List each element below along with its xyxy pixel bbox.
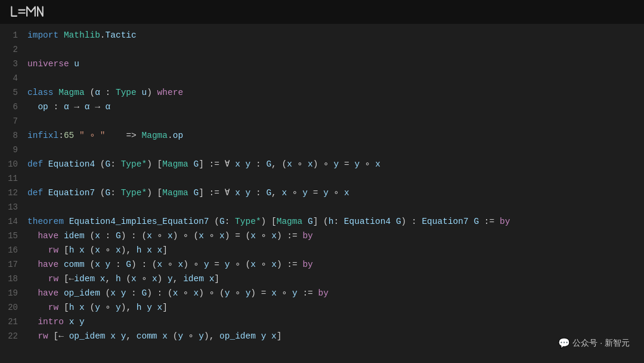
token: ( bbox=[85, 245, 95, 255]
token: → bbox=[69, 102, 85, 112]
token: ∘ bbox=[204, 231, 219, 241]
token: Type bbox=[121, 159, 142, 169]
token: intro bbox=[38, 317, 64, 327]
token bbox=[116, 288, 121, 298]
token: , bbox=[126, 331, 136, 341]
line-number: 21 bbox=[0, 316, 18, 329]
token: x bbox=[271, 331, 277, 341]
token: G bbox=[106, 159, 111, 169]
token: x bbox=[157, 303, 163, 312]
line-number: 1 bbox=[0, 29, 18, 42]
token: h bbox=[116, 274, 121, 284]
token: comm bbox=[64, 260, 85, 269]
line-number: 7 bbox=[0, 115, 18, 128]
token: ∘ bbox=[162, 260, 178, 269]
token bbox=[256, 331, 261, 341]
token: ] bbox=[214, 274, 219, 284]
token: ∘ bbox=[329, 188, 344, 198]
token: idem bbox=[183, 274, 204, 284]
code-line: 17 have comm (x y : G) : (x ∘ x) ∘ y = y… bbox=[0, 258, 644, 272]
token bbox=[302, 217, 308, 226]
line-content: infixl:65 " ∘ " => Magma.op bbox=[27, 129, 183, 142]
token bbox=[391, 217, 396, 226]
line-number: 12 bbox=[0, 187, 18, 200]
token: x bbox=[157, 245, 163, 255]
token: comm bbox=[137, 331, 157, 341]
token: G bbox=[194, 188, 199, 198]
token: x bbox=[110, 331, 116, 341]
token: x bbox=[375, 159, 380, 169]
token: x bbox=[157, 260, 163, 269]
token: ( bbox=[85, 303, 95, 312]
token: x bbox=[116, 245, 121, 255]
token bbox=[27, 331, 38, 341]
token: x bbox=[147, 231, 152, 241]
line-number: 2 bbox=[0, 44, 18, 57]
token: , bbox=[271, 188, 281, 198]
token: ), bbox=[121, 303, 137, 312]
token: G bbox=[266, 159, 271, 169]
token: Magma bbox=[277, 217, 303, 226]
token: x bbox=[271, 231, 277, 241]
token: ( bbox=[100, 288, 110, 298]
token: y bbox=[302, 188, 308, 198]
token: x bbox=[235, 188, 240, 198]
token: = bbox=[209, 260, 225, 269]
token: ), bbox=[204, 331, 219, 341]
line-content: import Mathlib.Tactic bbox=[27, 29, 137, 42]
code-line: 12def Equation7 (G: Type*) [Magma G] := … bbox=[0, 186, 644, 201]
token: G bbox=[308, 217, 313, 226]
token: x bbox=[344, 188, 349, 198]
token: , bbox=[106, 274, 116, 284]
token: y bbox=[246, 188, 251, 198]
token: x bbox=[152, 274, 157, 284]
token bbox=[204, 274, 209, 284]
token: ∘ bbox=[277, 288, 292, 298]
token bbox=[240, 159, 246, 169]
header-bar bbox=[0, 0, 644, 24]
token bbox=[106, 331, 111, 341]
token: x bbox=[199, 231, 204, 241]
token: [← bbox=[58, 274, 74, 284]
line-content: rw [← op_idem x y, comm x (y ∘ y), op_id… bbox=[27, 330, 281, 343]
line-content bbox=[27, 201, 33, 214]
token: ∘ bbox=[152, 231, 168, 241]
line-number: 5 bbox=[0, 87, 18, 100]
token: ( bbox=[95, 159, 105, 169]
token: G bbox=[126, 260, 131, 269]
token: : bbox=[110, 260, 126, 269]
token: y bbox=[204, 260, 209, 269]
token: infixl bbox=[27, 131, 58, 140]
token: y bbox=[106, 260, 111, 269]
token: Magma bbox=[162, 159, 188, 169]
token: : bbox=[100, 231, 116, 241]
code-line: 9 bbox=[0, 143, 644, 158]
token: ) [ bbox=[261, 217, 277, 226]
token bbox=[27, 303, 48, 312]
token: h bbox=[137, 245, 142, 255]
token: = bbox=[339, 159, 354, 169]
line-content: rw [h x (y ∘ y), h y x] bbox=[27, 301, 168, 314]
token: ) ∘ bbox=[313, 159, 334, 169]
token: y bbox=[168, 274, 173, 284]
token: x bbox=[281, 188, 287, 198]
token: have bbox=[38, 288, 58, 298]
token: Magma bbox=[58, 88, 85, 97]
token: . bbox=[100, 30, 106, 40]
code-line: 7 bbox=[0, 115, 644, 129]
token: ( bbox=[85, 88, 95, 97]
token bbox=[27, 260, 38, 269]
token: Magma bbox=[142, 131, 168, 140]
token: ) [ bbox=[147, 188, 162, 198]
token: → bbox=[89, 102, 105, 112]
token: [ bbox=[58, 245, 69, 255]
token: ( bbox=[168, 331, 178, 341]
token: 65 bbox=[64, 131, 74, 140]
token: . bbox=[168, 131, 173, 140]
code-editor: 1import Mathlib.Tactic2 3universe u4 5cl… bbox=[0, 24, 644, 363]
token: x bbox=[100, 274, 106, 284]
token: y bbox=[79, 317, 85, 327]
line-number: 15 bbox=[0, 230, 18, 243]
token bbox=[58, 288, 64, 298]
token: : bbox=[250, 159, 266, 169]
